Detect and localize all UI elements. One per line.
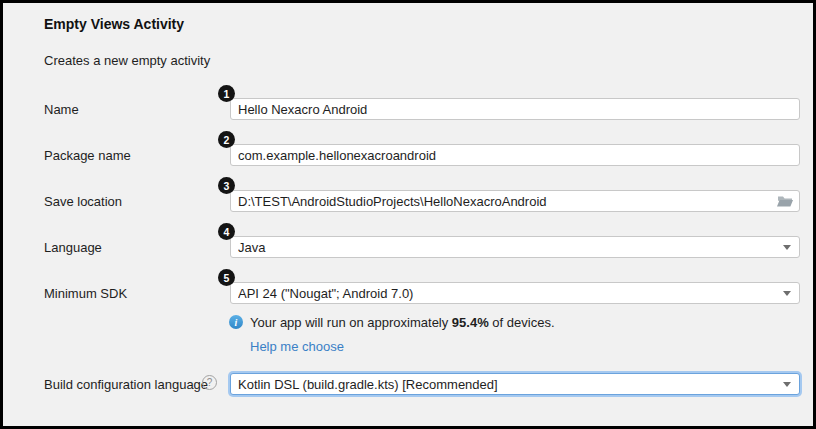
open-folder-icon	[776, 197, 794, 212]
sdk-coverage-percent: 95.4%	[452, 315, 489, 330]
screenshot-frame: Empty Views Activity Creates a new empty…	[0, 0, 816, 429]
step-badge-5: 5	[218, 269, 235, 286]
build-config-language-dropdown-value: Kotlin DSL (build.gradle.kts) [Recommend…	[238, 377, 775, 392]
sdk-coverage-text-after: of devices.	[489, 315, 555, 330]
minimum-sdk-dropdown-value: API 24 ("Nougat"; Android 7.0)	[238, 286, 775, 301]
page-title: Empty Views Activity	[44, 16, 184, 32]
browse-folder-button[interactable]	[776, 194, 794, 209]
dropdown-arrow-icon	[783, 382, 791, 387]
step-badge-2: 2	[218, 131, 235, 148]
save-location-field	[230, 190, 800, 212]
minimum-sdk-label: Minimum SDK	[44, 286, 127, 301]
package-name-input[interactable]	[230, 144, 800, 166]
package-name-label: Package name	[44, 148, 131, 163]
step-badge-4: 4	[218, 223, 235, 240]
step-badge-1: 1	[218, 85, 235, 102]
language-dropdown[interactable]: Java	[230, 236, 800, 258]
new-project-panel: Empty Views Activity Creates a new empty…	[3, 3, 813, 426]
language-label: Language	[44, 240, 102, 255]
save-location-input[interactable]	[231, 191, 799, 211]
help-icon[interactable]: ?	[202, 375, 217, 390]
info-icon: i	[229, 315, 243, 329]
dropdown-arrow-icon	[783, 291, 791, 296]
page-subtitle: Creates a new empty activity	[44, 53, 210, 68]
dropdown-arrow-icon	[783, 245, 791, 250]
save-location-label: Save location	[44, 194, 122, 209]
name-label: Name	[44, 102, 79, 117]
sdk-coverage-text-before: Your app will run on approximately	[250, 315, 452, 330]
step-badge-3: 3	[218, 177, 235, 194]
sdk-coverage-text: Your app will run on approximately 95.4%…	[250, 315, 555, 330]
build-config-language-dropdown[interactable]: Kotlin DSL (build.gradle.kts) [Recommend…	[230, 373, 800, 395]
name-input[interactable]	[230, 98, 800, 120]
build-config-language-label: Build configuration language	[44, 377, 208, 392]
help-me-choose-link[interactable]: Help me choose	[250, 339, 344, 354]
minimum-sdk-dropdown[interactable]: API 24 ("Nougat"; Android 7.0)	[230, 282, 800, 304]
language-dropdown-value: Java	[238, 240, 775, 255]
